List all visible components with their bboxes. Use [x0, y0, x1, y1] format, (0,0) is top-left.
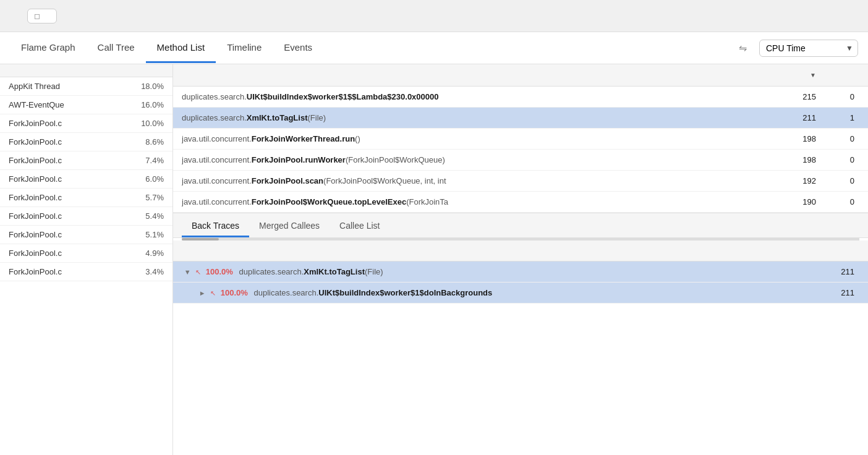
sidebar-thread-pct: 18.0% [141, 82, 164, 91]
tab-method-list[interactable]: Method List [146, 33, 216, 63]
sidebar-thread-pct: 10.0% [141, 119, 164, 128]
back-trace-pct: 100.0% [221, 288, 248, 297]
sidebar-item[interactable]: AWT-EventQue16.0% [0, 96, 172, 114]
sidebar-item[interactable]: ForkJoinPool.c10.0% [0, 114, 172, 133]
col-exec-header[interactable]: ▼ [760, 72, 816, 79]
method-args: () [355, 134, 360, 143]
method-pkg: java.util.concurrent. [182, 134, 252, 143]
method-table-header: ▼ [173, 64, 868, 87]
back-trace-pkg: duplicates.search. [239, 267, 304, 276]
method-exec-value: 192 [760, 176, 816, 185]
sidebar-item[interactable]: ForkJoinPool.c4.9% [0, 244, 172, 263]
bottom-row[interactable]: ► ↖ 100.0% duplicates.search.UIKt$buildI… [173, 283, 868, 304]
expand-icon[interactable]: ▼ [184, 268, 191, 276]
method-pkg: java.util.concurrent. [182, 197, 252, 206]
tab-back-traces[interactable]: Back Traces [182, 216, 249, 237]
method-exec-value: 198 [760, 134, 816, 143]
method-name: java.util.concurrent.ForkJoinPool.scan(F… [182, 176, 760, 185]
sidebar-thread-name: AWT-EventQue [9, 100, 64, 109]
tab-call-tree[interactable]: Call Tree [87, 33, 146, 63]
method-pkg: java.util.concurrent. [182, 155, 252, 164]
sidebar-thread-pct: 6.0% [145, 174, 164, 184]
tab-callee-list[interactable]: Callee List [330, 216, 389, 237]
bottom-table: ▼ ↖ 100.0% duplicates.search.XmlKt.toTag… [173, 240, 868, 455]
tab-flame-graph[interactable]: Flame Graph [10, 33, 87, 63]
sidebar-thread-name: ForkJoinPool.c [9, 119, 62, 128]
back-arrow-icon: ↖ [210, 289, 216, 297]
method-row[interactable]: java.util.concurrent.ForkJoinPool$WorkQu… [173, 192, 868, 213]
sidebar-thread-pct: 4.9% [145, 249, 164, 258]
file-icon: ◻ [34, 12, 40, 20]
sidebar-item[interactable]: ForkJoinPool.c5.4% [0, 207, 172, 226]
method-fn: ForkJoinPool.scan [252, 176, 323, 185]
method-row[interactable]: duplicates.search.UIKt$buildIndex$worker… [173, 87, 868, 108]
sidebar-thread-name: ForkJoinPool.c [9, 211, 62, 221]
sidebar-item[interactable]: AppKit Thread18.0% [0, 77, 172, 96]
method-exec-value: 211 [760, 113, 816, 122]
back-trace-pkg: duplicates.search. [253, 288, 318, 297]
sidebar-thread-name: ForkJoinPool.c [9, 156, 62, 165]
method-name: java.util.concurrent.ForkJoinWorkerThrea… [182, 134, 760, 143]
sidebar-thread-name: ForkJoinPool.c [9, 137, 62, 147]
bottom-tabs: Back Traces Merged Callees Callee List [173, 213, 868, 238]
method-exec-value: 215 [760, 92, 816, 101]
sidebar-thread-pct: 16.0% [141, 100, 164, 109]
sort-arrow-icon: ▼ [810, 72, 816, 79]
method-pkg: duplicates.search. [182, 113, 247, 122]
show-select-wrapper: CPU Time Wall Time Allocations ▼ [759, 40, 858, 57]
method-own-value: 0 [816, 197, 859, 206]
method-fn: ForkJoinPool.runWorker [252, 155, 346, 164]
sidebar-item[interactable]: ForkJoinPool.c3.4% [0, 263, 172, 281]
sidebar-item[interactable]: ForkJoinPool.c5.7% [0, 189, 172, 207]
method-own-value: 0 [816, 134, 859, 143]
sidebar-item[interactable]: ForkJoinPool.c5.1% [0, 226, 172, 244]
method-own-value: 0 [816, 176, 859, 185]
tab-events[interactable]: Events [273, 33, 323, 63]
bottom-table-header [173, 240, 868, 262]
back-trace-fn: XmlKt.toTagList [304, 267, 365, 276]
method-row[interactable]: java.util.concurrent.ForkJoinPool.runWor… [173, 150, 868, 171]
show-select[interactable]: CPU Time Wall Time Allocations [759, 40, 858, 57]
sidebar-item[interactable]: ForkJoinPool.c6.0% [0, 170, 172, 189]
method-own-value: 1 [816, 113, 859, 122]
method-fn: ForkJoinPool$WorkQueue.topLevelExec [252, 197, 406, 206]
sidebar-thread-name: ForkJoinPool.c [9, 267, 62, 276]
sidebar-item[interactable]: ForkJoinPool.c7.4% [0, 151, 172, 170]
method-pkg: duplicates.search. [182, 92, 247, 101]
file-tab[interactable]: ◻ [27, 9, 57, 23]
method-fn: UIKt$buildIndex$worker$1$$Lambda$230.0x0… [247, 92, 439, 101]
title-bar: ◻ [0, 0, 868, 32]
back-trace-fn: UIKt$buildIndex$worker$1$doInBackgrounds [318, 288, 492, 297]
method-row[interactable]: duplicates.search.XmlKt.toTagList(File) … [173, 108, 868, 129]
bottom-row[interactable]: ▼ ↖ 100.0% duplicates.search.XmlKt.toTag… [173, 262, 868, 283]
bottom-rows: ▼ ↖ 100.0% duplicates.search.XmlKt.toTag… [173, 262, 868, 304]
method-name: java.util.concurrent.ForkJoinPool$WorkQu… [182, 197, 760, 206]
sidebar-thread-pct: 5.4% [145, 211, 164, 221]
sidebar-rows: AppKit Thread18.0%AWT-EventQue16.0%ForkJ… [0, 77, 172, 281]
right-panel: ▼ duplicates.search.UIKt$buildIndex$work… [173, 64, 868, 455]
method-row[interactable]: java.util.concurrent.ForkJoinWorkerThrea… [173, 129, 868, 150]
method-exec-value: 190 [760, 197, 816, 206]
sidebar-thread-name: ForkJoinPool.c [9, 230, 62, 239]
sidebar-item[interactable]: ForkJoinPool.c8.6% [0, 133, 172, 151]
sidebar-thread-pct: 5.7% [145, 193, 164, 202]
sidebar-thread-pct: 7.4% [145, 156, 164, 165]
method-own-value: 0 [816, 92, 859, 101]
main-content: AppKit Thread18.0%AWT-EventQue16.0%ForkJ… [0, 64, 868, 455]
back-trace-args: (File) [365, 267, 383, 276]
back-trace-pct: 100.0% [206, 267, 233, 276]
method-args: (ForkJoinTa [406, 197, 448, 206]
bottom-exec-value: 211 [804, 267, 859, 276]
tab-merged-callees[interactable]: Merged Callees [249, 216, 330, 237]
back-arrow-icon: ↖ [195, 268, 201, 276]
sidebar: AppKit Thread18.0%AWT-EventQue16.0%ForkJ… [0, 64, 173, 455]
method-args: (File) [307, 113, 326, 122]
tab-timeline[interactable]: Timeline [216, 33, 273, 63]
method-pkg: java.util.concurrent. [182, 176, 252, 185]
expand-icon[interactable]: ► [199, 289, 206, 297]
sidebar-thread-pct: 5.1% [145, 230, 164, 239]
method-row[interactable]: java.util.concurrent.ForkJoinPool.scan(F… [173, 171, 868, 192]
title-bar-left: ◻ [7, 9, 57, 23]
method-fn: XmlKt.toTagList [247, 113, 308, 122]
swap-icon[interactable]: ⇋ [739, 42, 747, 54]
